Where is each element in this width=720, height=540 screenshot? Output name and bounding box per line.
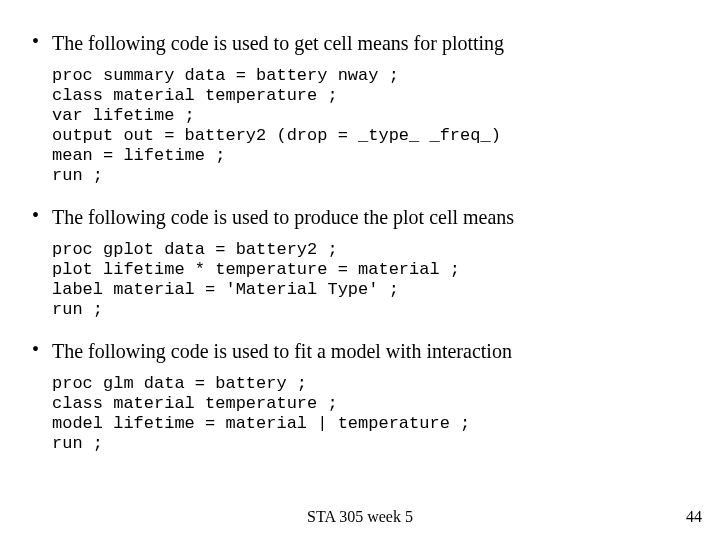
bullet-list: The following code is used to get cell m… [10,30,710,454]
bullet-text: The following code is used to fit a mode… [52,338,710,364]
list-item: The following code is used to get cell m… [52,30,710,186]
page-number: 44 [686,508,702,526]
footer-label: STA 305 week 5 [0,508,720,526]
list-item: The following code is used to fit a mode… [52,338,710,454]
code-block: proc glm data = battery ; class material… [52,374,710,454]
list-item: The following code is used to produce th… [52,204,710,320]
bullet-text: The following code is used to get cell m… [52,30,710,56]
code-block: proc summary data = battery nway ; class… [52,66,710,186]
bullet-text: The following code is used to produce th… [52,204,710,230]
code-block: proc gplot data = battery2 ; plot lifeti… [52,240,710,320]
